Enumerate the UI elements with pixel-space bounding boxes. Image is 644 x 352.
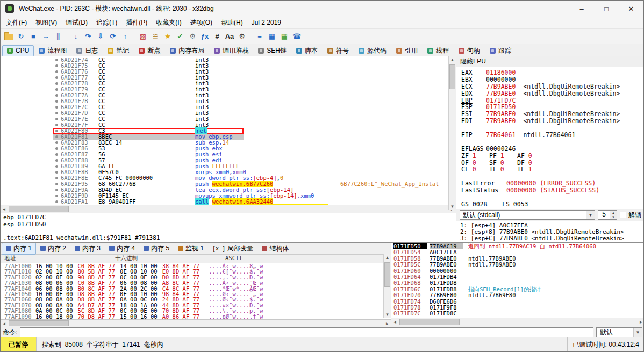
tab-mem4[interactable]: 内存 4 — [105, 243, 139, 255]
scrollbar-track[interactable] — [449, 63, 456, 203]
tab-mem3[interactable]: 内存 3 — [70, 243, 105, 255]
stack-view[interactable]: 0171FD5077B9AC19返回到 ntdll.77B9AC19 自 ntd… — [391, 243, 644, 318]
breakpoint-dot[interactable] — [55, 135, 58, 138]
tab-watch1[interactable]: 监视 1 — [174, 243, 208, 255]
scroll-left-arrow[interactable]: ◄ — [391, 319, 398, 326]
spinner-down-icon[interactable]: ▼ — [610, 215, 617, 219]
favourites-icon[interactable]: ★ — [162, 31, 174, 42]
menu-item-2[interactable]: 调试(D) — [61, 17, 92, 28]
chevron-down-icon[interactable]: ▼ — [633, 328, 642, 337]
menu-item-7[interactable]: 帮助(H) — [217, 17, 247, 28]
check-icon[interactable]: ✔ — [174, 31, 186, 42]
tab-handles[interactable]: 句柄 — [454, 45, 485, 58]
scrollbar-thumb[interactable] — [9, 206, 69, 212]
scrollbar-track[interactable] — [8, 205, 449, 213]
notes-icon[interactable]: ≡ — [254, 31, 266, 42]
scrollbar-thumb[interactable] — [449, 64, 455, 89]
tab-references[interactable]: 引用 — [391, 45, 423, 58]
tab-breakpoints[interactable]: 断点 — [134, 45, 165, 58]
stack-row[interactable]: 0171FD5C77B9ABE0ntdll.77B9ABE0 — [393, 262, 644, 268]
menu-item-0[interactable]: 文件(F) — [2, 17, 31, 28]
breakpoint-dot[interactable] — [55, 183, 58, 185]
command-input[interactable] — [20, 327, 593, 337]
checkbox-box[interactable] — [620, 212, 626, 218]
settings-gears-icon[interactable]: ⚙ — [187, 31, 198, 42]
scroll-left-arrow[interactable]: ◄ — [1, 206, 8, 213]
dump-row[interactable]: 77AF103008 00 06 00C0 8B AF 7706 00 08 0… — [4, 280, 391, 285]
tab-symbols[interactable]: 符号 — [323, 45, 354, 58]
scrollbar-track[interactable] — [384, 261, 391, 311]
tab-cpu[interactable]: CPU — [2, 45, 34, 56]
breakpoint-dot[interactable] — [55, 189, 58, 191]
assemble-icon[interactable]: Aa — [224, 31, 235, 42]
register-row[interactable]: EFLAGS00000246 — [461, 146, 644, 153]
breakpoint-dot[interactable] — [55, 153, 58, 156]
breakpoint-dot[interactable] — [55, 147, 58, 150]
maximize-button[interactable]: □ — [594, 1, 619, 17]
breakpoint-dot[interactable] — [55, 112, 58, 114]
breakpoint-dot[interactable] — [55, 64, 58, 67]
breakpoint-dot[interactable] — [55, 106, 58, 109]
breakpoint-dot[interactable] — [55, 130, 58, 132]
command-syntax-dropdown[interactable]: 默认 ▼ — [596, 327, 642, 337]
calculator-icon[interactable]: ▦ — [266, 31, 278, 42]
tab-mem2[interactable]: 内存 2 — [36, 243, 70, 255]
patches-icon[interactable]: ▨ — [137, 31, 149, 42]
menu-item-4[interactable]: 插件(P) — [121, 17, 152, 28]
register-row[interactable]: EDI77B9ABE0<ntdll.DbgUiRemoteBreakin> — [461, 118, 644, 125]
tab-source[interactable]: 源代码 — [354, 45, 391, 58]
tab-graph[interactable]: 流程图 — [34, 45, 71, 58]
execute-till-return-icon[interactable]: ↑ — [119, 31, 131, 42]
menu-item-1[interactable]: 视图(V) — [31, 17, 61, 28]
memory-dump-view[interactable]: 77AF100016 00 10 00C0 8B AF 7714 00 10 0… — [1, 263, 391, 319]
preferences-gear-icon[interactable]: ⚙ — [236, 31, 248, 42]
open-file-icon[interactable] — [3, 31, 15, 42]
tab-memory-map[interactable]: 内存布局 — [165, 45, 209, 58]
chevron-down-icon[interactable]: ▼ — [586, 211, 595, 219]
scroll-down-arrow[interactable]: ▼ — [449, 203, 456, 210]
breakpoint-dot[interactable] — [55, 70, 58, 73]
cpu-chip-icon[interactable]: ▦ — [278, 31, 290, 42]
tab-locals[interactable]: [x=]局部变量 — [208, 243, 257, 255]
argument-depth-spinner[interactable]: 5 ▲ ▼ — [598, 210, 617, 220]
menu-item-5[interactable]: 收藏夹(I) — [152, 17, 185, 28]
tab-mem1[interactable]: 内存 1 — [2, 243, 36, 255]
dump-row[interactable]: 77AF10800A 00 0C 005C 8D AF 770C 00 0E 0… — [4, 308, 391, 313]
disassembly-vertical-scrollbar[interactable]: ▲ ▼ — [448, 56, 456, 210]
breakpoint-dot[interactable] — [55, 159, 58, 162]
compare-icon[interactable]: ≌ — [149, 31, 161, 42]
tab-struct[interactable]: 结构体 — [257, 243, 293, 255]
scrollbar-track[interactable] — [398, 318, 638, 326]
breakpoint-dot[interactable] — [55, 94, 58, 97]
dump-vertical-scrollbar[interactable]: ▲ ▼ — [383, 254, 391, 318]
breakpoint-dot[interactable] — [55, 200, 58, 203]
breakpoint-dot[interactable] — [55, 141, 58, 144]
register-row[interactable]: GS 002BFS 0053 — [461, 201, 644, 208]
menu-item-8[interactable]: Jul 2 2019 — [247, 18, 285, 27]
tab-threads[interactable]: 线程 — [423, 45, 454, 58]
stack-row[interactable]: 0171FD7077B69F80ntdll.77B69F80 — [393, 292, 644, 298]
scroll-up-arrow[interactable]: ▲ — [384, 254, 391, 261]
breakpoint-dot[interactable] — [55, 177, 58, 179]
menu-item-6[interactable]: 选项(O) — [186, 17, 217, 28]
script-fx-icon[interactable]: ƒx — [199, 31, 211, 42]
tab-notes[interactable]: 笔记 — [103, 45, 134, 58]
stack-horizontal-scrollbar[interactable]: ◄ ► — [391, 318, 644, 326]
breakpoint-dot[interactable] — [55, 171, 58, 174]
scroll-down-arrow[interactable]: ▼ — [384, 311, 391, 318]
scroll-right-arrow[interactable]: ► — [638, 319, 644, 326]
breakpoint-dot[interactable] — [55, 195, 58, 197]
trace-over-icon[interactable]: ⟳ — [107, 31, 119, 42]
breakpoint-dot[interactable] — [55, 165, 58, 168]
stop-icon[interactable]: ■ — [27, 31, 39, 42]
tab-log[interactable]: 日志 — [71, 45, 103, 58]
step-over-icon[interactable]: ↷ — [82, 31, 94, 42]
restart-icon[interactable]: ↻ — [15, 31, 27, 42]
register-row[interactable]: EIP77B64061ntdll.77B64061 — [461, 132, 644, 139]
tab-mem5[interactable]: 内存 5 — [139, 243, 174, 255]
hide-fpu-button[interactable]: 隐藏FPU — [456, 56, 644, 67]
disassembly-view[interactable]: 6AD21F74CCint36AD21F75CCint36AD21F76CCin… — [1, 56, 456, 205]
trace-into-icon[interactable]: ⇩ — [95, 31, 106, 42]
breakpoint-dot[interactable] — [55, 124, 58, 126]
breakpoint-dot[interactable] — [55, 59, 58, 61]
